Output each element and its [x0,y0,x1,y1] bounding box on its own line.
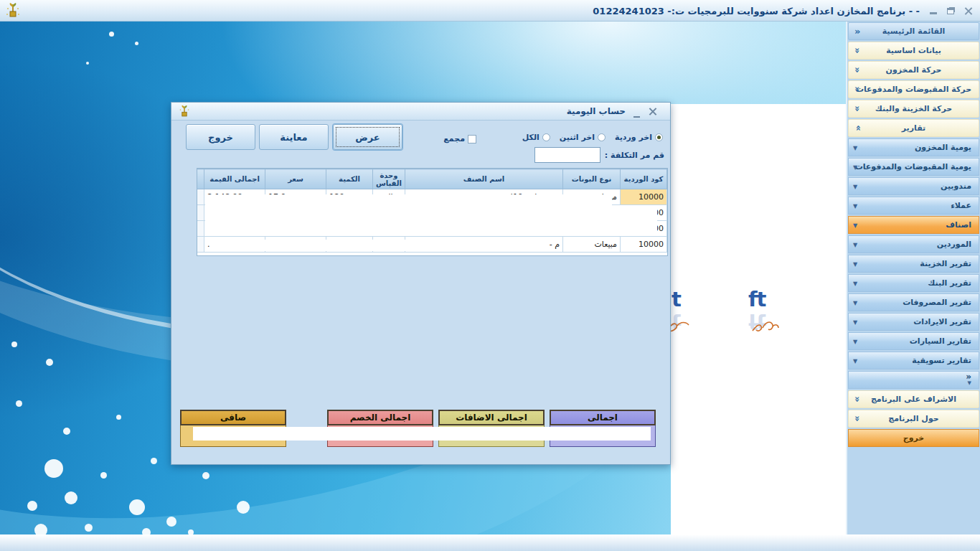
sidebar-item-more[interactable]: » ▼ [848,371,979,389]
sidebar-item-revenues-report[interactable]: ▼ تقرير الايرادات [848,313,979,331]
sidebar-item-reports[interactable]: » تقارير [848,119,979,137]
sidebar-item-label: حول البرنامج [888,414,938,423]
sidebar-item-label: خروج [903,433,925,443]
close-button[interactable] [964,6,973,15]
sidebar-item-label: الموردين [937,240,971,249]
preview-button[interactable]: معاينة [259,124,329,150]
sidebar-item-about-program[interactable]: » حول البرنامج [848,410,979,428]
sidebar-item-exit[interactable]: خروج [848,429,979,447]
totals-net-label: صافى [180,410,286,425]
signature-script-icon [751,319,780,335]
sidebar-item-suppliers[interactable]: ▼ الموردين [848,235,979,253]
dropdown-arrow-icon: ▼ [853,339,857,345]
workspace: t t ft ft » القائمة الرئيسية » بيانات اس… [0,22,980,534]
totals-total-label: اجمالى [550,410,656,425]
sidebar-item-receipts-payments-movement[interactable]: » حركة المقبوضات والمدفوعات [848,80,979,98]
sidebar-item-label: تقارير تسويقية [912,356,971,365]
radio-icon [655,133,663,141]
table-header-qty[interactable]: الكمية [326,169,373,189]
checkbox-label: مجمع [443,134,465,143]
logo-fragment: ft [748,289,765,310]
display-button[interactable]: عرض [333,124,402,150]
status-bar [0,534,980,551]
sidebar-item-treasury-bank-movement[interactable]: » حركة الخزينة والبنك [848,100,979,118]
sidebar-item-label: بيانات اساسية [886,46,941,55]
minimize-button[interactable] [930,7,937,14]
table-header-price[interactable]: سعر [265,169,326,189]
sidebar-item-basic-data[interactable]: » بيانات اساسية [848,42,979,60]
sidebar-item-label: يومية المقبوضات والمدفوعات [855,162,971,171]
sidebar-item-representatives[interactable]: ▼ مندوبين [848,177,979,195]
radio-label: الكل [522,133,540,142]
sidebar-item-stock-movement[interactable]: » حركة المخزون [848,61,979,79]
redaction-overlay [193,427,651,441]
dialog-titlebar: حساب اليومية [171,103,670,121]
redaction-overlay [205,194,612,236]
application-window: - - برنامج المخازن اعداد شركة سنووايت لل… [0,0,980,551]
sidebar-item-marketing-reports[interactable]: ▼ تقارير تسويقية [848,352,979,369]
radio-icon [542,133,550,141]
table-header-row: كود الوردية نوع البونات اسم الصنف وحدة ا… [197,169,667,189]
double-chevron-down-icon: » [852,86,863,92]
radio-icon [598,133,606,141]
double-chevron-down-icon: » [852,47,863,53]
sidebar-item-receipts-payments-daily[interactable]: ▼ يومية المقبوضات والمدفوعات [848,158,979,176]
dropdown-arrow-icon: ▼ [968,380,971,387]
sidebar-item-items[interactable]: ▼ اصناف [848,216,979,234]
cost-field-row: قم مر التكلفة : [534,147,664,163]
table-header-total[interactable]: اجمالى القيمة [204,169,265,189]
table-header-shift-code[interactable]: كود الوردية [621,169,667,189]
dropdown-arrow-icon: ▼ [853,222,857,229]
table-header-item-name[interactable]: اسم الصنف [405,169,563,189]
radio-last-shift[interactable]: اخر وردية [615,133,663,142]
app-icon [6,3,20,19]
cell-row-selector [197,205,204,221]
double-chevron-down-icon: » [852,415,863,421]
sidebar-item-label: اصناف [946,220,971,230]
sidebar-item-label: حركة الخزينة والبنك [875,104,952,113]
redaction-overlay [252,240,498,251]
cost-input[interactable] [534,147,600,163]
redaction-overlay [612,205,657,236]
cell-shift-code: 10000 [621,189,667,205]
double-chevron-down-icon: » [852,396,863,402]
logo-fragment: t [672,289,681,310]
dropdown-arrow-icon: ▼ [853,261,857,268]
table-header-bons-type[interactable]: نوع البونات [563,169,621,189]
sidebar-item-label: القائمة الرئيسية [882,27,946,36]
sidebar-item-label: تقرير البنك [928,278,971,288]
sidebar-item-label: حركة المقبوضات والمدفوعات [856,85,971,94]
sidebar-item-cars-reports[interactable]: ▼ تقارير السيارات [848,332,979,350]
sidebar-item-bank-report[interactable]: ▼ تقرير البنك [848,274,979,292]
sidebar-item-label: مندوبين [941,182,971,191]
radio-all[interactable]: الكل [522,133,550,142]
dialog-close-button[interactable] [649,107,657,116]
cell-bons-type: مبيعات [563,237,621,253]
sidebar-item-expenses-report[interactable]: ▼ تقرير المصروفات [848,293,979,311]
dialog-minimize-button[interactable] [633,112,640,118]
aggregate-checkbox[interactable]: مجمع [443,134,476,143]
sidebar-item-treasury-report[interactable]: ▼ تقرير الخزينة [848,255,979,273]
sidebar-item-label: تقرير الايرادات [913,317,971,326]
dropdown-arrow-icon: ▼ [853,358,857,364]
dropdown-arrow-icon: ▼ [853,184,857,190]
sidebar-item-label: الاشراف على البرنامج [871,395,956,404]
dropdown-arrow-icon: ▼ [853,164,857,171]
dialog-exit-button[interactable]: خروج [186,124,255,150]
radio-label: اخر اثنين [560,133,595,142]
sidebar-item-program-supervision[interactable]: » الاشراف على البرنامج [848,390,979,408]
dropdown-arrow-icon: ▼ [853,203,857,209]
cell-row-selector [197,189,204,205]
restore-button[interactable] [947,8,954,14]
window-title: - - برنامج المخازن اعداد شركة سنووايت لل… [593,6,920,17]
sidebar-item-customers[interactable]: ▼ عملاء [848,197,979,215]
radio-last-two[interactable]: اخر اثنين [560,133,606,142]
radio-label: اخر وردية [615,133,652,142]
checkbox-icon [468,135,476,143]
double-chevron-down-icon: » [852,105,863,111]
double-chevron-icon: » [966,374,971,380]
sidebar-item-stock-daily[interactable]: ▼ يومية المخزون [848,138,979,156]
sidebar-item-label: يومية المخزون [915,143,971,152]
table-header-unit[interactable]: وحدة القياس [373,169,405,189]
sidebar-item-main-menu[interactable]: » القائمة الرئيسية [848,22,979,40]
